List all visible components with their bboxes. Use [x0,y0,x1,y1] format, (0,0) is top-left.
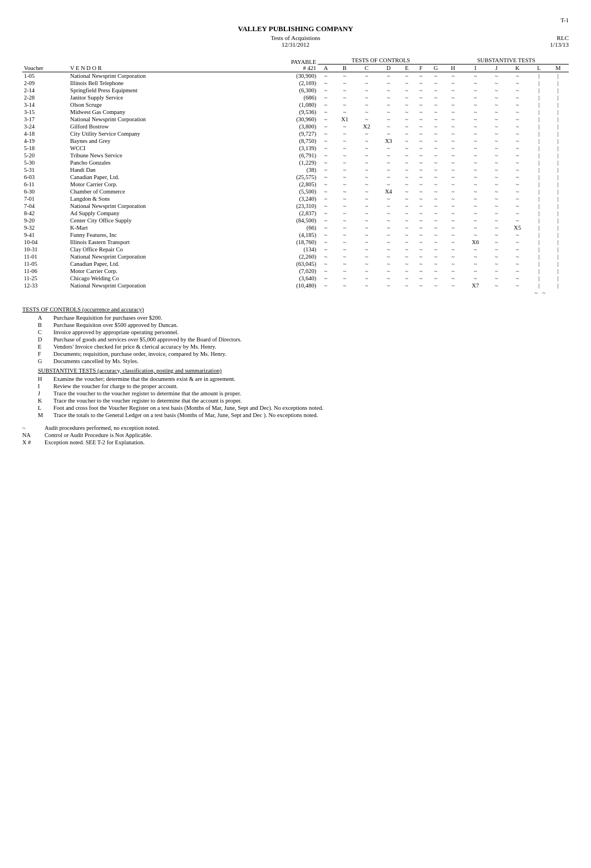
company-name: VALLEY PUBLISHING COMPANY [22,24,569,33]
col-h-val: ~ [444,260,462,267]
col-c-val: ~ [356,195,377,202]
vendor-name: National Newsprint Corporation [68,282,250,289]
col-e-val: ~ [400,94,414,101]
voucher-no: 2-09 [22,80,68,87]
col-d-val: X3 [378,137,400,145]
col-e-val: ~ [400,267,414,275]
col-f-val: ~ [414,173,428,181]
col-b-val: ~ [334,80,356,87]
voucher-no: 5-20 [22,152,68,159]
col-l-val: | [530,166,548,173]
col-b-val: ~ [334,101,356,108]
col-c-val: ~ [356,166,377,173]
voucher-header: Voucher [22,57,68,72]
col-l-val: | [530,87,548,94]
legend-text: Foot and cross foot the Voucher Register… [53,405,569,411]
legend-text: Invoice approved by appropriate operatin… [53,329,569,335]
col-h-val: ~ [444,159,462,166]
col-l-val: | [530,246,548,253]
table-row: 2-14 Springfield Press Equipment (6,300)… [22,87,569,94]
amount: (3,240) [250,195,318,202]
col-e-val: ~ [400,123,414,130]
col-j-val: ~ [489,108,505,116]
col-c-val: ~ [356,116,377,123]
col-k-val: ~ [504,123,530,130]
amount: (3,800) [250,123,318,130]
col-k-val: ~ [504,275,530,282]
col-g-val: ~ [428,260,444,267]
col-d-val: ~ [378,253,400,260]
col-h-val: ~ [444,108,462,116]
col-i-val: ~ [462,101,489,108]
table-row: 5-20 Tribune News Service (6,791) ~~~~~~… [22,152,569,159]
col-j-val: ~ [489,137,505,145]
col-e-val: ~ [400,217,414,224]
col-b-val: ~ [334,224,356,231]
col-l-val: | [530,145,548,152]
symbol-text: Control or Audit Procedure is Not Applic… [45,432,569,438]
col-l-val: | [530,80,548,87]
col-m-val: | [548,195,569,202]
col-c-val: ~ [356,108,377,116]
report-header: Tests of Acquistions 12/31/2012 RLC 1/13… [22,34,569,48]
legend-text: Review the voucher for charge to the pro… [53,383,569,389]
col-j-val: ~ [489,123,505,130]
col-l-val: | [530,195,548,202]
amount: (63,045) [250,260,318,267]
vendor-name: Chamber of Commerce [68,188,250,195]
col-f-val: ~ [414,87,428,94]
voucher-no: 4-18 [22,130,68,137]
vendor-name: Baynes and Grey [68,137,250,145]
col-g-val: ~ [428,282,444,289]
col-g-val: ~ [428,145,444,152]
col-a-val: ~ [318,217,333,224]
table-row: 5-18 WCCI (3,139) ~~~~~~~~~~~|| [22,145,569,152]
col-j-val: ~ [489,239,505,246]
col-j-val: ~ [489,94,505,101]
col-c-val: ~ [356,152,377,159]
col-j-val: ~ [489,188,505,195]
sub-legend-item: MTrace the totals to the General Ledger … [38,412,569,418]
toc-legend-item: FDocuments; requisition, purchase order,… [38,351,569,357]
col-c-val: ~ [356,188,377,195]
col-i: I [462,65,489,72]
col-i-val: ~ [462,108,489,116]
col-j-val: ~ [489,202,505,210]
col-a-val: ~ [318,260,333,267]
col-h-val: ~ [444,246,462,253]
col-a-val: ~ [318,231,333,239]
col-d-val: ~ [378,195,400,202]
col-f-val: ~ [414,210,428,217]
col-a-val: ~ [318,202,333,210]
col-i-val: ~ [462,72,489,80]
col-j-val: ~ [489,116,505,123]
table-row: 8-42 Ad Supply Company (2,837) ~~~~~~~~~… [22,210,569,217]
col-m-val: | [548,267,569,275]
col-f-val: ~ [414,123,428,130]
col-j-val: ~ [489,224,505,231]
col-c-val: ~ [356,181,377,188]
vendor-name: Tribune News Service [68,152,250,159]
col-g-val: ~ [428,181,444,188]
col-h-val: ~ [444,130,462,137]
col-b-val: ~ [334,275,356,282]
col-e-val: ~ [400,188,414,195]
col-b-val: X1 [334,116,356,123]
col-b-val: ~ [334,159,356,166]
col-k-val: ~ [504,231,530,239]
amount: (6,791) [250,152,318,159]
col-b-val: ~ [334,173,356,181]
col-i-val: ~ [462,80,489,87]
voucher-no: 7-01 [22,195,68,202]
col-b-val: ~ [334,239,356,246]
col-j-val: ~ [489,231,505,239]
col-e-val: ~ [400,108,414,116]
col-e-val: ~ [400,159,414,166]
table-row: 6-11 Motor Carrier Corp. (2,805) ~~~~~~~… [22,181,569,188]
col-l-val: | [530,202,548,210]
voucher-no: 11-06 [22,267,68,275]
col-j-val: ~ [489,181,505,188]
voucher-no: 9-32 [22,224,68,231]
vendor-name: Illinois Eastern Transport [68,239,250,246]
col-e-val: ~ [400,145,414,152]
